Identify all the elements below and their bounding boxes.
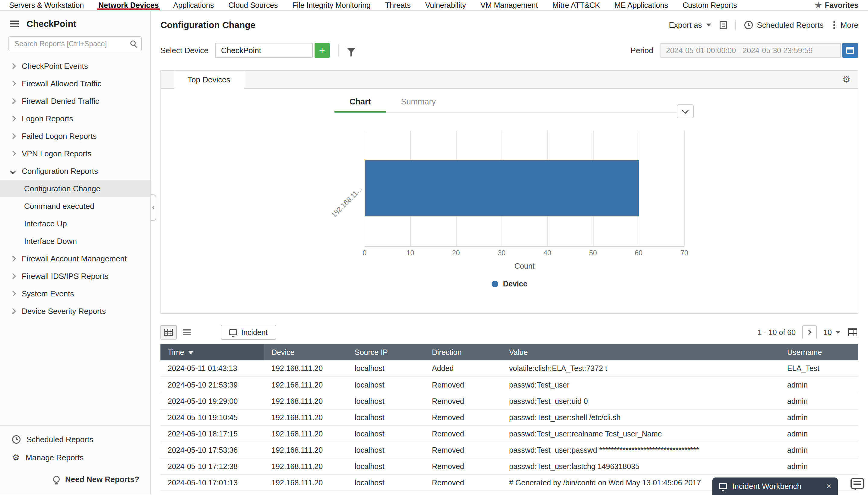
table-row[interactable]: 2024-05-10 17:12:38192.168.111.20localho… [160, 458, 858, 475]
tab-chart[interactable]: Chart [335, 97, 386, 113]
incident-button[interactable]: Incident [221, 325, 276, 340]
collapse-chart-button[interactable] [677, 104, 694, 118]
pagination-controls: 1 - 10 of 60 10 [758, 325, 858, 339]
topnav-item-network-devices[interactable]: Network Devices [98, 0, 159, 10]
chevron-right-icon [10, 63, 16, 69]
add-device-button[interactable]: + [315, 43, 330, 58]
topnav-item-applications[interactable]: Applications [173, 0, 214, 10]
chart-legend[interactable]: Device [161, 279, 858, 288]
incident-workbench-bar[interactable]: Incident Workbench × [712, 478, 838, 495]
sidebar-item-configuration-reports[interactable]: Configuration Reports [0, 163, 150, 180]
sidebar-item-command-executed[interactable]: Command executed [0, 198, 150, 215]
column-header-value[interactable]: Value [502, 344, 780, 360]
table-cell: Removed [425, 426, 502, 442]
sidebar-item-interface-up[interactable]: Interface Up [0, 215, 150, 233]
favorites-button[interactable]: ★ Favorites [815, 0, 868, 10]
sort-desc-icon [189, 351, 193, 354]
table-cell: 2024-05-10 19:10:45 [160, 409, 264, 426]
list-view-button[interactable] [179, 325, 195, 340]
column-header-device[interactable]: Device [264, 344, 348, 360]
tab-top-devices[interactable]: Top Devices [174, 71, 244, 89]
gear-icon[interactable]: ⚙ [843, 75, 851, 84]
column-settings-button[interactable] [847, 327, 858, 338]
sidebar-footer-label: Scheduled Reports [26, 435, 93, 444]
report-search [8, 36, 142, 51]
grid-view-button[interactable] [160, 325, 177, 340]
sidebar-item-configuration-change[interactable]: Configuration Change [0, 180, 150, 198]
table-cell: Removed [425, 475, 502, 491]
sidebar-item-device-severity-reports[interactable]: Device Severity Reports [0, 303, 150, 320]
page-size-select[interactable]: 10 [823, 328, 840, 337]
device-select[interactable]: CheckPoint [215, 43, 313, 58]
sidebar-item-failed-logon-reports[interactable]: Failed Logon Reports [0, 127, 150, 145]
close-icon[interactable]: × [826, 482, 831, 491]
hamburger-menu-icon[interactable] [10, 20, 19, 27]
sidebar-footer-scheduled-reports[interactable]: Scheduled Reports [0, 430, 150, 448]
x-axis-label: Count [365, 262, 684, 270]
clock-icon [12, 435, 20, 444]
bar-device[interactable] [365, 160, 639, 217]
page-size-value: 10 [823, 328, 832, 337]
topnav-item-custom-reports[interactable]: Custom Reports [683, 0, 737, 10]
sidebar-collapse-handle[interactable] [151, 194, 156, 221]
chevron-right-icon [10, 151, 16, 157]
column-header-time[interactable]: Time [160, 344, 264, 360]
sidebar-item-label: Logon Reports [22, 114, 73, 123]
next-page-button[interactable] [802, 325, 817, 339]
topnav-item-file-integrity-monitoring[interactable]: File Integrity Monitoring [292, 0, 371, 10]
sidebar-footer-manage-reports[interactable]: ⚙Manage Reports [0, 448, 150, 467]
topnav-item-mitre-att-ck[interactable]: Mitre ATT&CK [552, 0, 600, 10]
export-as-button[interactable]: Export as [669, 20, 711, 30]
topnav-item-cloud-sources[interactable]: Cloud Sources [228, 0, 278, 10]
column-header-source-ip[interactable]: Source IP [348, 344, 425, 360]
table-row[interactable]: 2024-05-10 19:29:00192.168.111.20localho… [160, 393, 858, 409]
pagination-range: 1 - 10 of 60 [758, 328, 796, 337]
sidebar-item-interface-down[interactable]: Interface Down [0, 233, 150, 250]
table-row[interactable]: 2024-05-10 17:53:36192.168.111.20localho… [160, 442, 858, 458]
topnav-item-threats[interactable]: Threats [385, 0, 411, 10]
column-header-label: Time [168, 348, 184, 356]
table-cell: passwd:Test_user:realname Test_user_Name [502, 426, 780, 442]
table-cell: passwd:Test_user:shell /etc/cli.sh [502, 409, 780, 426]
search-icon[interactable] [130, 40, 136, 46]
sidebar-item-firewall-denied-traffic[interactable]: Firewall Denied Traffic [0, 92, 150, 110]
scheduled-reports-button[interactable]: Scheduled Reports [744, 20, 823, 30]
topnav-item-vm-management[interactable]: VM Management [480, 0, 538, 10]
sidebar-footer-need-new-reports[interactable]: Need New Reports? [0, 470, 150, 488]
sidebar-item-firewall-account-management[interactable]: Firewall Account Management [0, 250, 150, 268]
sidebar-item-checkpoint-events[interactable]: CheckPoint Events [0, 57, 150, 75]
search-input[interactable] [8, 36, 142, 51]
column-header-username[interactable]: Username [780, 344, 858, 360]
calendar-button[interactable] [842, 43, 858, 58]
sidebar: CheckPoint CheckPoint EventsFirewall All… [0, 11, 151, 494]
topnav-item-vulnerability[interactable]: Vulnerability [425, 0, 466, 10]
table-row[interactable]: 2024-05-11 01:43:13192.168.111.20localho… [160, 360, 858, 377]
topnav-item-servers-workstation[interactable]: Servers & Workstation [9, 0, 84, 10]
tab-summary[interactable]: Summary [386, 97, 451, 113]
incident-icon [229, 329, 237, 335]
column-header-direction[interactable]: Direction [425, 344, 502, 360]
table-row[interactable]: 2024-05-10 21:53:39192.168.111.20localho… [160, 377, 858, 393]
table-cell: 2024-05-10 17:01:13 [160, 475, 264, 491]
x-tick-label: 40 [544, 249, 551, 257]
x-tick-label: 50 [589, 249, 597, 257]
chart-panel-body: Chart Summary 192.168.11... 010203040506… [161, 89, 858, 313]
sidebar-item-firewall-ids-ips-reports[interactable]: Firewall IDS/IPS Reports [0, 268, 150, 285]
more-button[interactable]: More [832, 20, 858, 30]
sidebar-item-firewall-allowed-traffic[interactable]: Firewall Allowed Traffic [0, 75, 150, 92]
table-row[interactable]: 2024-05-10 18:17:15192.168.111.20localho… [160, 426, 858, 442]
chat-icon[interactable] [851, 478, 864, 489]
period-input[interactable] [660, 43, 841, 58]
topnav-items: Servers & WorkstationNetwork DevicesAppl… [9, 0, 737, 10]
report-preview-icon[interactable] [720, 21, 727, 29]
filter-icon[interactable] [347, 48, 356, 53]
sidebar-item-system-events[interactable]: System Events [0, 285, 150, 303]
table-cell: localhost [348, 442, 425, 458]
topnav-item-me-applications[interactable]: ME Applications [614, 0, 668, 10]
sidebar-item-vpn-logon-reports[interactable]: VPN Logon Reports [0, 145, 150, 163]
table-row[interactable]: 2024-05-10 19:10:45192.168.111.20localho… [160, 409, 858, 426]
filter-row: Select Device CheckPoint + Period [160, 42, 858, 58]
sidebar-item-logon-reports[interactable]: Logon Reports [0, 110, 150, 127]
table-cell: localhost [348, 360, 425, 377]
gridline [684, 131, 685, 246]
